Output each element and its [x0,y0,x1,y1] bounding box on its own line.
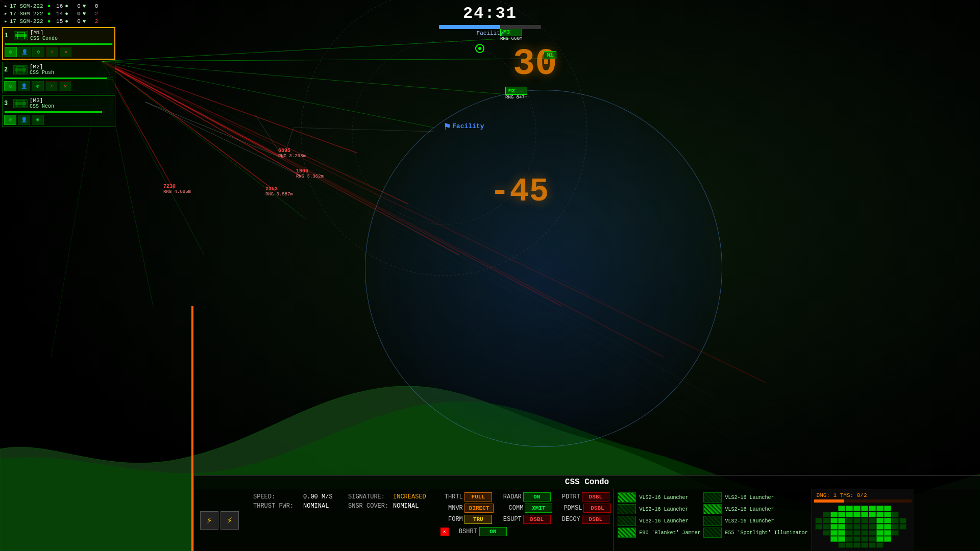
map-unit-e2353: 2353 RNG 3.587m [265,186,293,197]
bshrt-btn[interactable]: ON [479,527,507,536]
left-panel: ▸ 17 SGM-222 ● 16 ● 0 ♥ 0 ▸ 17 SGM-222 ●… [0,0,117,129]
unit-icon-2 [13,65,28,74]
weapons-panel: VLS2-16 Launcher VLS2-16 Launcher VLS2-1… [613,489,812,551]
ctrl-decoy[interactable]: DECOY DSBL [554,515,609,524]
sgm-dot-1: ● [47,3,51,9]
ctrl-pdtrt[interactable]: PDTRT DSBL [554,492,609,502]
unit-actions-1[interactable]: ⊙ 👤 ⊕ ⚡ ✕ [5,46,113,57]
svg-point-36 [478,47,481,50]
sgm-row-1: ▸ 17 SGM-222 ● 16 ● 0 ♥ 0 [2,2,115,10]
comm-label: COMM [497,505,523,512]
esupt-label: ESUPT [495,516,522,523]
stats-block: SPEED: 0.00 M/S SIGNATURE: INCREASED THR… [245,489,434,551]
svg-rect-33 [15,102,26,105]
weapon-name-7: E90 'Blanket' Jammer [639,530,700,536]
facility-marker: ⚑ Facility [444,120,484,133]
ctrl-radar[interactable]: RADAR ON [495,492,551,502]
pdtrt-btn[interactable]: DSBL [582,492,609,502]
unit-card-3[interactable]: 3 [M3] CSS Neon ⊙ 👤 ⊕ [2,95,115,127]
thrtl-btn[interactable]: FULL [464,492,492,502]
ctrl-form[interactable]: FORM TRU [436,515,492,524]
action-attack-2[interactable]: ⚡ [45,81,58,91]
ctrl-mnvr[interactable]: MNVR DIRECT [436,504,494,513]
pdmsl-btn[interactable]: DSBL [583,504,611,513]
sgm-val3-1: 0 [88,3,98,9]
action-crew-1[interactable]: 👤 [18,47,31,57]
unit-actions-2[interactable]: ⊙ 👤 ⊕ ⚡ ✕ [4,80,113,91]
ctrl-esupt[interactable]: ESUPT DSBL [495,515,551,524]
hud-main: ⚡ ⚡ SPEED: 0.00 M/S SIGNATURE: INCREASED… [194,489,980,551]
pdmsl-label: PDMSL [555,505,582,512]
action-target-1[interactable]: ⊙ [5,47,17,57]
unit-id-3: [M3] [30,97,54,104]
map-unit-e1906: 1906 RNG 3.362m [296,168,324,179]
comm-btn[interactable]: XMIT [525,504,552,513]
unit-card-2[interactable]: 2 [M2] CSS Push ⊙ 👤 ⊕ ⚡ ✕ [2,62,115,93]
action-attack-1[interactable]: ⚡ [46,47,58,57]
esupt-btn[interactable]: DSBL [523,515,551,524]
form-btn[interactable]: TRU [464,515,492,524]
thrtl-label: THRTL [436,493,463,500]
action-cancel-1[interactable]: ✕ [60,47,72,57]
facility-progress-bar [439,25,541,29]
left-orange-bar [191,306,193,551]
weapon-row-1: VLS2-16 Launcher VLS2-16 Launcher [618,492,807,503]
ship-name-bar: CSS Condo [194,475,980,489]
weapon-name-2: VLS2-16 Launcher [725,495,786,500]
action-aim-3[interactable]: ⊕ [32,115,44,125]
facility-bar-fill [439,25,500,29]
radar-btn[interactable]: ON [523,492,551,502]
thrust-label: THRUST PWR: [253,503,299,510]
decoy-btn[interactable]: DSBL [582,515,609,524]
sgm-row-2: ▸ 17 SGM-222 ● 14 ● 0 ♥ 2 [2,10,115,17]
power-icon-1: ⚡ [200,511,218,530]
weapon-name-4: VLS2-16 Launcher [725,507,786,512]
ship-diagram: DMG: 1 TMS: 0/2 [812,489,914,551]
health-bar-2 [5,78,107,79]
sig-label: SIGNATURE: [348,493,389,500]
sig-value: INCREASED [393,493,426,500]
ctrl-thrtl[interactable]: THRTL FULL [436,492,492,502]
health-bar-1 [5,43,112,45]
control-grid: THRTL FULL RADAR ON PDTRT DSBL MNVR DIRE… [434,489,614,551]
weapon-icon-8 [703,528,722,538]
speed-label: SPEED: [253,493,299,500]
bshrt-row[interactable]: ✕ BSHRT ON [436,526,611,537]
bullet-icon-2: ▸ [4,10,8,17]
sgm-val2-1: 0 [70,3,81,9]
action-crew-2[interactable]: 👤 [18,81,30,91]
power-icons-panel: ⚡ ⚡ [194,489,245,551]
speed-value: 0.00 M/S [303,493,344,500]
sgm-row-3: ▸ 17 SGM-222 ● 15 ● 0 ♥ 2 [2,17,115,25]
timer-text: 24:31 [439,4,541,23]
health-bar-wrap-1 [5,43,113,45]
health-bar-wrap-3 [4,111,113,113]
weapon-icon-1 [618,492,636,503]
weapon-icon-2 [703,492,722,503]
weapon-name-6: VLS2-16 Launcher [725,518,786,524]
action-aim-2[interactable]: ⊕ [32,81,44,91]
action-target-3[interactable]: ⊙ [4,115,16,125]
action-target-2[interactable]: ⊙ [4,81,16,91]
health-bar-wrap-2 [4,77,113,80]
ctrl-pdmsl[interactable]: PDMSL DSBL [555,504,611,513]
ship-name: CSS Condo [565,478,609,487]
action-crew-3[interactable]: 👤 [18,115,30,125]
timer-display: 24:31 Facility [439,4,541,36]
sgm-name-3: 17 SGM-222 [10,18,45,24]
action-cancel-2[interactable]: ✕ [59,81,71,91]
unit-card-1[interactable]: 1 [M1] CSS Condo ⊙ 👤 ⊕ ⚡ ✕ [2,27,115,60]
weapon-icon-3 [618,504,636,514]
svg-rect-29 [15,34,27,37]
sgm-name-1: 17 SGM-222 [10,3,45,9]
unit-actions-3[interactable]: ⊙ 👤 ⊕ [4,114,113,125]
facility-label: Facility [439,30,541,36]
mnvr-btn[interactable]: DIRECT [464,504,494,513]
power-icon-2: ⚡ [220,511,239,530]
map-unit-m1: M1 [544,51,556,59]
ctrl-comm[interactable]: COMM XMIT [497,504,552,513]
score-neg45: -45 [490,173,549,210]
bullet-icon: ▸ [4,3,8,9]
health-bar-3 [5,111,102,113]
action-aim-1[interactable]: ⊕ [32,47,44,57]
